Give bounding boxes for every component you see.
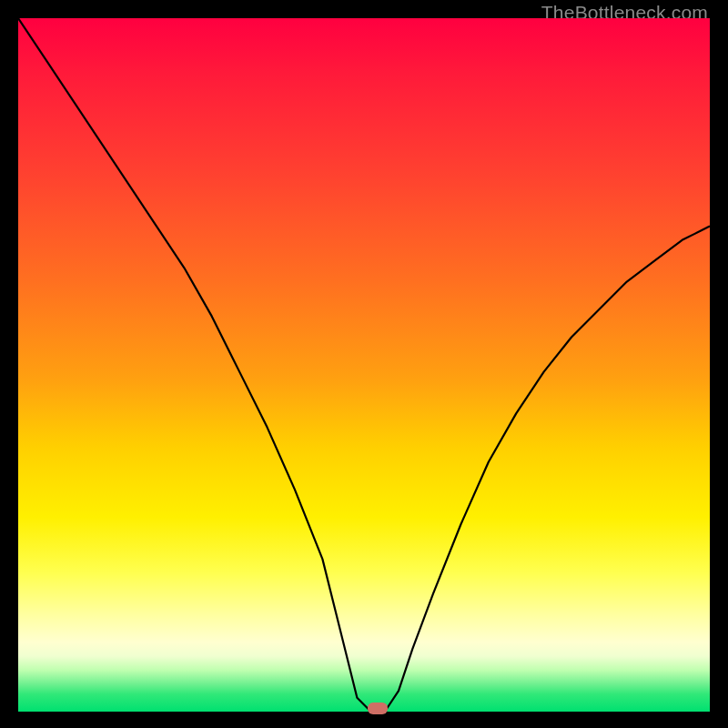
curve-svg (18, 18, 710, 712)
plot-area (18, 18, 710, 712)
optimal-marker (368, 703, 388, 714)
chart-container: TheBottleneck.com (0, 0, 728, 728)
bottleneck-curve (18, 18, 710, 712)
